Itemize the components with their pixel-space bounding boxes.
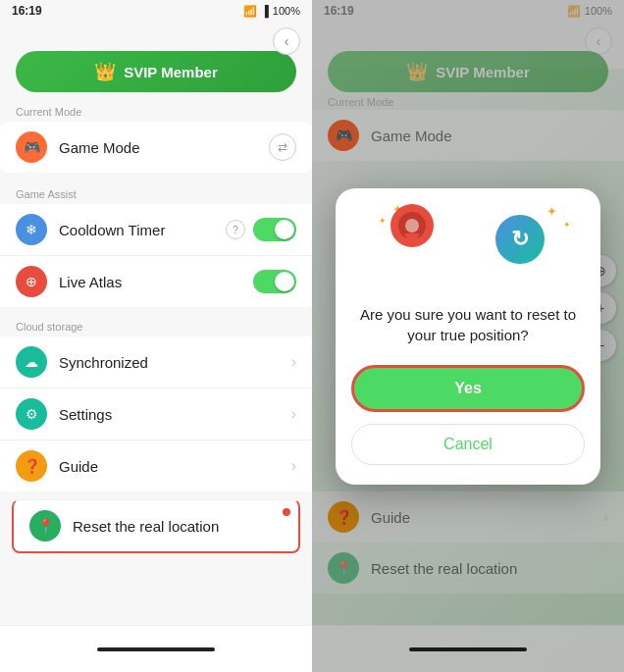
cloud-storage-section: Cloud storage bbox=[0, 307, 312, 336]
synchronized-label: Synchronized bbox=[59, 354, 291, 371]
notification-dot-left bbox=[283, 508, 290, 516]
reset-location-label-left: Reset the real location bbox=[73, 518, 283, 535]
live-atlas-icon: ⊕ bbox=[26, 274, 37, 289]
red-pin-icon bbox=[387, 200, 438, 267]
dialog-overlay: ✦ ✦ ↻ bbox=[312, 0, 624, 672]
live-atlas-toggle-knob bbox=[275, 272, 294, 291]
dialog-yes-button[interactable]: Yes bbox=[351, 365, 585, 412]
game-mode-item-left[interactable]: 🎮 Game Mode ⇄ bbox=[0, 122, 312, 173]
cooldown-label: Cooldown Timer bbox=[59, 222, 226, 238]
confirm-dialog: ✦ ✦ ↻ bbox=[336, 188, 600, 485]
settings-item[interactable]: ⚙ Settings › bbox=[0, 388, 312, 439]
wifi-icon: 📶 bbox=[243, 5, 257, 18]
chevron-right-settings: › bbox=[291, 405, 296, 423]
dialog-yes-label: Yes bbox=[454, 380, 482, 396]
live-atlas-label: Live Atlas bbox=[59, 274, 253, 290]
back-button-left[interactable]: ‹ bbox=[273, 27, 300, 55]
guide-icon: ❓ bbox=[24, 458, 40, 474]
snowflake-icon: ❄ bbox=[26, 222, 37, 237]
svip-button-left[interactable]: 👑 SVIP Member bbox=[16, 51, 296, 92]
cooldown-toggle[interactable] bbox=[253, 218, 296, 241]
switch-icon: ⇄ bbox=[278, 140, 287, 154]
right-content: 16:19 📶 100% ‹ 👑 SVIP Member Current Mod… bbox=[312, 0, 624, 672]
settings-icon-circle: ⚙ bbox=[16, 398, 47, 430]
sparkle-icon-3: ✦ bbox=[546, 204, 557, 219]
gamepad-icon: 🎮 bbox=[24, 139, 40, 155]
cloud-icon: ☁ bbox=[25, 354, 38, 370]
svg-point-2 bbox=[405, 219, 419, 233]
refresh-symbol: ↻ bbox=[511, 227, 529, 252]
cooldown-toggle-knob bbox=[275, 220, 294, 239]
synchronized-item[interactable]: ☁ Synchronized › bbox=[0, 336, 312, 388]
left-panel: 16:19 📶 ▐ 100% ‹ 👑 SVIP Member Current M… bbox=[0, 0, 312, 672]
location-pin-icon: 📍 bbox=[37, 518, 54, 534]
cooldown-timer-item[interactable]: ❄ Cooldown Timer ? bbox=[0, 204, 312, 255]
dialog-cancel-button[interactable]: Cancel bbox=[351, 424, 585, 465]
status-bar-left: 16:19 📶 ▐ 100% bbox=[0, 0, 312, 22]
game-assist-section-left: Game Assist bbox=[0, 175, 312, 204]
live-atlas-icon-circle: ⊕ bbox=[16, 266, 47, 297]
gear-icon: ⚙ bbox=[26, 406, 38, 422]
dialog-header-icons: ✦ ✦ ↻ bbox=[336, 188, 600, 296]
reset-icon-circle: 📍 bbox=[29, 510, 61, 542]
chevron-right-sync: › bbox=[291, 353, 296, 371]
home-indicator-left bbox=[97, 647, 215, 651]
status-icons-left: 📶 ▐ 100% bbox=[243, 5, 300, 18]
signal-icon: ▐ bbox=[261, 5, 269, 17]
refresh-icon: ↻ bbox=[493, 212, 547, 267]
live-atlas-item[interactable]: ⊕ Live Atlas bbox=[0, 255, 312, 307]
dialog-cancel-label: Cancel bbox=[443, 436, 493, 452]
sync-icon-circle: ☁ bbox=[16, 346, 47, 378]
guide-label-left: Guide bbox=[59, 458, 291, 475]
help-icon-cooldown[interactable]: ? bbox=[226, 220, 245, 239]
reset-location-item-left[interactable]: 📍 Reset the real location bbox=[12, 499, 300, 553]
guide-icon-circle: ❓ bbox=[16, 450, 47, 482]
svip-label-left: SVIP Member bbox=[124, 64, 218, 80]
bottom-tab-left bbox=[0, 625, 312, 672]
cooldown-icon: ❄ bbox=[16, 214, 47, 245]
dialog-question: Are you sure you want to reset to your t… bbox=[336, 296, 600, 365]
battery-icon: 100% bbox=[273, 5, 300, 17]
right-panel: 16:19 📶 100% ‹ 👑 SVIP Member Current Mod… bbox=[312, 0, 624, 672]
mode-switch-icon[interactable]: ⇄ bbox=[269, 133, 296, 161]
sparkle-icon-2: ✦ bbox=[379, 216, 387, 226]
settings-label: Settings bbox=[59, 406, 291, 423]
game-mode-icon-left: 🎮 bbox=[16, 131, 47, 163]
chevron-right-guide: › bbox=[291, 457, 296, 475]
time-left: 16:19 bbox=[12, 4, 42, 18]
live-atlas-toggle[interactable] bbox=[253, 270, 296, 293]
crown-icon: 👑 bbox=[94, 61, 116, 82]
game-mode-label-left: Game Mode bbox=[59, 139, 269, 156]
sparkle-icon-4: ✦ bbox=[563, 220, 571, 230]
guide-item-left[interactable]: ❓ Guide › bbox=[0, 439, 312, 491]
chevron-left-icon: ‹ bbox=[285, 33, 289, 49]
current-mode-section-left: Current Mode bbox=[0, 92, 312, 122]
